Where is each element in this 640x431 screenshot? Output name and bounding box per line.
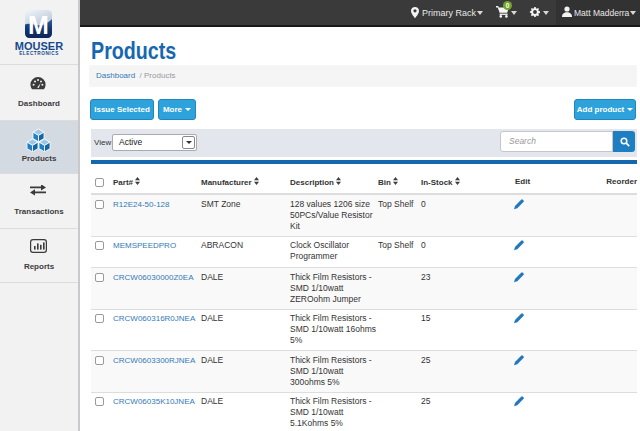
svg-text:ELECTRONICS: ELECTRONICS [19, 51, 59, 56]
svg-text:M: M [28, 11, 49, 38]
svg-text:MOUSER: MOUSER [15, 40, 63, 52]
